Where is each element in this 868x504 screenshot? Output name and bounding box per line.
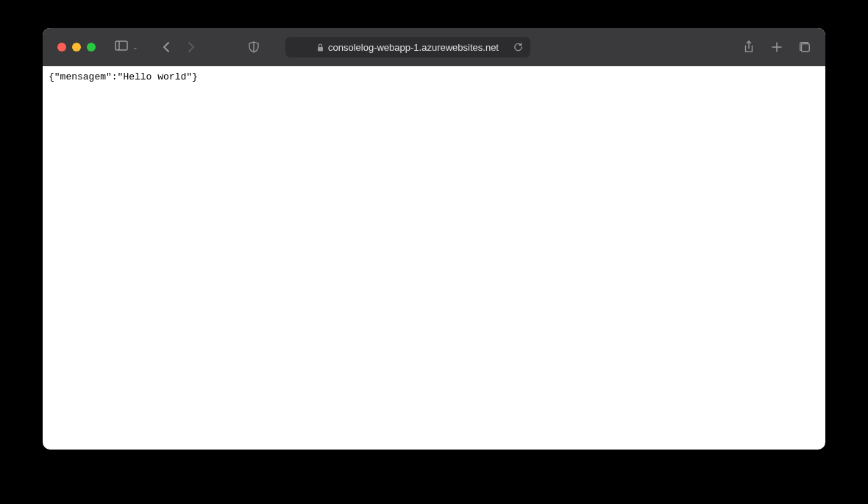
back-button[interactable]	[159, 40, 174, 54]
maximize-window-button[interactable]	[87, 43, 96, 52]
share-button[interactable]	[743, 40, 755, 54]
browser-toolbar: ⌄	[43, 28, 825, 66]
privacy-shield-button[interactable]	[249, 41, 259, 53]
window-controls	[57, 43, 96, 52]
browser-window: ⌄	[43, 28, 825, 450]
address-bar[interactable]: consolelog-webapp-1.azurewebsites.net	[285, 37, 530, 57]
toolbar-right-buttons	[743, 40, 811, 54]
svg-rect-3	[318, 47, 323, 52]
response-body: {"mensagem":"Hello world"}	[49, 71, 198, 82]
chevron-down-icon: ⌄	[132, 43, 138, 51]
sidebar-toggle-button[interactable]: ⌄	[115, 40, 138, 54]
navigation-buttons	[159, 40, 199, 54]
tabs-overview-button[interactable]	[799, 40, 811, 54]
svg-rect-0	[115, 41, 127, 50]
close-window-button[interactable]	[57, 43, 66, 52]
forward-button[interactable]	[184, 40, 199, 54]
page-content: {"mensagem":"Hello world"}	[43, 66, 825, 88]
url-text: consolelog-webapp-1.azurewebsites.net	[328, 42, 499, 53]
svg-rect-6	[802, 44, 810, 52]
sidebar-icon	[115, 40, 128, 54]
refresh-button[interactable]	[513, 42, 523, 52]
new-tab-button[interactable]	[771, 40, 783, 54]
minimize-window-button[interactable]	[72, 43, 81, 52]
lock-icon	[317, 43, 324, 52]
